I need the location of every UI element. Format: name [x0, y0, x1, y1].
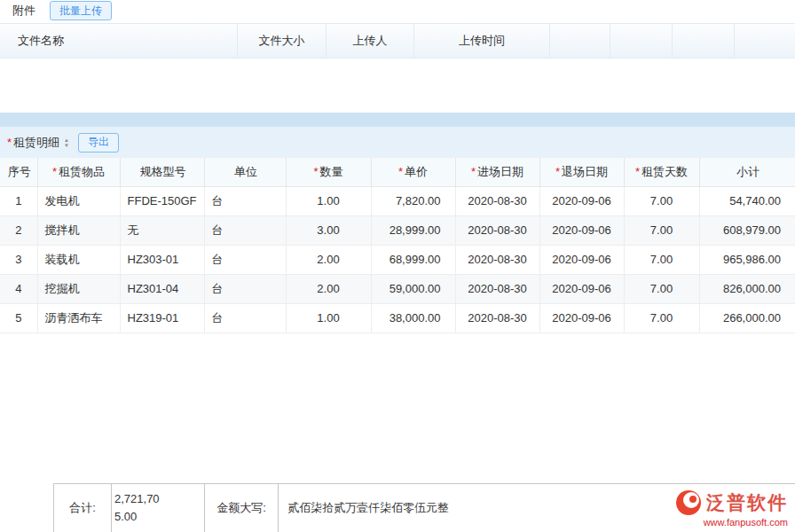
table-cell: 2.00 — [286, 245, 371, 274]
table-cell: HZ303-01 — [120, 245, 204, 274]
required-asterisk: * — [7, 136, 12, 149]
table-row[interactable]: 5沥青洒布车HZ319-01台1.0038,000.002020-08-3020… — [0, 303, 795, 332]
col-header-spec: 规格型号 — [120, 158, 204, 186]
table-cell: 5 — [0, 303, 37, 332]
table-cell: 608,979.00 — [699, 215, 795, 245]
table-cell: 59,000.00 — [371, 274, 455, 303]
attachment-table-header: 文件名称 文件大小 上传人 上传时间 — [0, 23, 795, 59]
table-cell: 38,000.00 — [371, 303, 455, 332]
table-cell: 2020-08-30 — [455, 303, 539, 332]
table-cell: 2020-08-30 — [455, 245, 539, 274]
attachment-header-empty-2 — [610, 24, 673, 58]
table-cell: 54,740.00 — [699, 186, 795, 215]
required-asterisk: * — [313, 165, 318, 178]
rental-section-title: 租赁明细 — [13, 135, 59, 151]
col-header-subtotal: 小计 — [699, 158, 795, 186]
col-header-index: 序号 — [0, 158, 37, 186]
table-cell: 2 — [0, 215, 37, 245]
table-cell: 2020-09-06 — [539, 215, 624, 245]
rental-toolbar: * 租赁明细 ▲▼ 导出 — [0, 127, 795, 158]
table-cell: 2020-09-06 — [539, 303, 624, 332]
attachment-header-upload-time: 上传时间 — [414, 24, 550, 58]
table-cell: 台 — [204, 303, 286, 332]
attachment-panel: 附件 批量上传 文件名称 文件大小 上传人 上传时间 — [0, 0, 795, 113]
table-cell: 2020-08-30 — [455, 215, 539, 245]
attachment-toolbar: 附件 批量上传 — [0, 0, 795, 23]
col-header-item: *租赁物品 — [37, 158, 120, 186]
vendor-logo: 泛普软件 www.fanpusoft.com — [675, 489, 788, 528]
col-header-exit-date: *退场日期 — [539, 158, 624, 186]
table-cell: HZ301-04 — [120, 274, 204, 303]
attachment-header-uploader: 上传人 — [327, 24, 414, 58]
table-cell: 3 — [0, 245, 37, 274]
col-header-rental-days: *租赁天数 — [624, 158, 699, 186]
required-asterisk: * — [555, 165, 560, 178]
col-header-unit: 单位 — [204, 158, 286, 186]
table-cell: 台 — [204, 186, 286, 215]
table-cell: 1.00 — [286, 186, 371, 215]
table-cell: 2020-09-06 — [539, 274, 624, 303]
table-cell: 台 — [204, 215, 286, 245]
required-asterisk: * — [635, 165, 640, 178]
table-cell: FFDE-150GF — [120, 186, 204, 215]
table-cell: 2020-08-30 — [455, 186, 539, 215]
table-cell: 7.00 — [624, 215, 699, 245]
table-cell: 7.00 — [624, 274, 699, 303]
table-row[interactable]: 3装载机HZ303-01台2.0068,999.002020-08-302020… — [0, 245, 795, 274]
table-cell: 1 — [0, 186, 37, 215]
total-value: 2,721,705.00 — [111, 483, 204, 532]
attachment-tab[interactable]: 附件 — [12, 3, 35, 20]
table-cell: 7.00 — [624, 186, 699, 215]
table-cell: 2.00 — [286, 274, 371, 303]
vendor-name: 泛普软件 — [706, 490, 788, 515]
total-label: 合计: — [53, 483, 111, 532]
table-cell: 28,999.00 — [371, 215, 455, 245]
totals-spacer — [0, 483, 53, 532]
required-asterisk: * — [471, 165, 476, 178]
table-cell: 2020-09-06 — [539, 186, 624, 215]
table-cell: 965,986.00 — [699, 245, 795, 274]
rental-panel: * 租赁明细 ▲▼ 导出 序号 *租赁物品 规格型号 单位 *数量 *单价 *进… — [0, 127, 795, 483]
table-cell: 装载机 — [37, 245, 120, 274]
table-cell: 4 — [0, 274, 37, 303]
attachment-header-empty-1 — [550, 24, 610, 58]
table-cell: 826,000.00 — [699, 274, 795, 303]
fanpu-logo-icon — [675, 489, 702, 516]
rental-table-body: 1发电机FFDE-150GF台1.007,820.002020-08-30202… — [0, 186, 795, 332]
table-cell: 2020-09-06 — [539, 245, 624, 274]
table-cell: 1.00 — [286, 303, 371, 332]
table-cell: 台 — [204, 274, 286, 303]
table-cell: HZ319-01 — [120, 303, 204, 332]
table-cell: 7.00 — [624, 303, 699, 332]
required-asterisk: * — [398, 165, 403, 178]
table-cell: 挖掘机 — [37, 274, 120, 303]
col-header-unit-price: *单价 — [371, 158, 455, 186]
table-row[interactable]: 1发电机FFDE-150GF台1.007,820.002020-08-30202… — [0, 186, 795, 215]
table-row[interactable]: 4挖掘机HZ301-04台2.0059,000.002020-08-302020… — [0, 274, 795, 303]
attachment-header-empty-4 — [735, 24, 795, 58]
table-row[interactable]: 2搅拌机无台3.0028,999.002020-08-302020-09-067… — [0, 215, 795, 245]
col-header-entry-date: *进场日期 — [455, 158, 539, 186]
batch-upload-button[interactable]: 批量上传 — [50, 1, 112, 20]
sort-stepper-icon[interactable]: ▲▼ — [64, 137, 69, 148]
rental-table: 序号 *租赁物品 规格型号 单位 *数量 *单价 *进场日期 *退场日期 *租赁… — [0, 158, 795, 333]
table-cell: 发电机 — [37, 186, 120, 215]
attachment-header-file-size: 文件大小 — [238, 24, 327, 58]
table-cell: 搅拌机 — [37, 215, 120, 245]
table-cell: 台 — [204, 245, 286, 274]
rental-header-row: 序号 *租赁物品 规格型号 单位 *数量 *单价 *进场日期 *退场日期 *租赁… — [0, 158, 795, 186]
required-asterisk: * — [52, 165, 57, 178]
table-cell: 7,820.00 — [371, 186, 455, 215]
attachment-header-empty-3 — [673, 24, 735, 58]
attachment-header-file-name: 文件名称 — [0, 24, 238, 58]
table-cell: 无 — [120, 215, 204, 245]
table-cell: 3.00 — [286, 215, 371, 245]
table-cell: 7.00 — [624, 245, 699, 274]
vendor-website-link[interactable]: www.fanpusoft.com — [675, 517, 788, 528]
table-cell: 68,999.00 — [371, 245, 455, 274]
col-header-quantity: *数量 — [286, 158, 371, 186]
table-cell: 2020-08-30 — [455, 274, 539, 303]
total-amount: 2,721,705.00 — [114, 490, 168, 526]
amount-words-label: 金额大写: — [204, 483, 278, 532]
export-button[interactable]: 导出 — [78, 133, 119, 153]
